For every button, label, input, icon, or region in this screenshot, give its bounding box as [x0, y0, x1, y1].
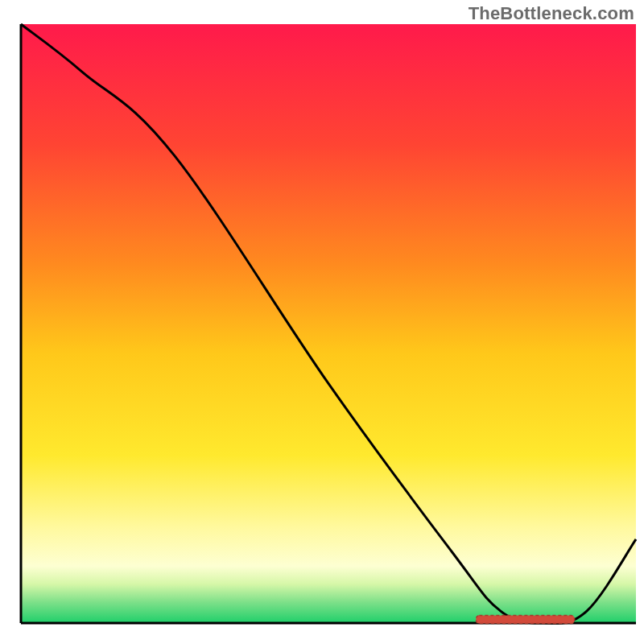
bottleneck-chart	[0, 0, 644, 644]
chart-container: TheBottleneck.com	[0, 0, 644, 644]
optimal-range-marker	[476, 616, 574, 624]
watermark-text: TheBottleneck.com	[469, 3, 634, 24]
plot-background	[21, 24, 636, 623]
